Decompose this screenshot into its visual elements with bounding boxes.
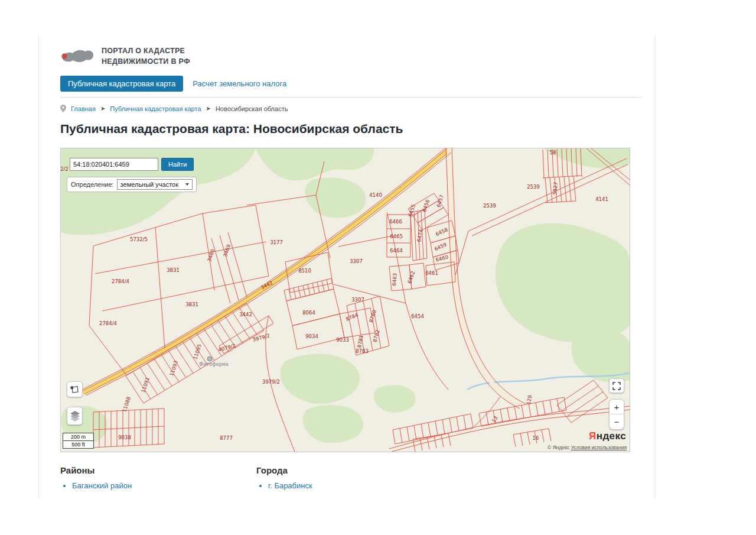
search-button[interactable]: Найти (161, 158, 194, 171)
breadcrumb-home[interactable]: Главная (71, 105, 96, 112)
map-canvas[interactable]: 2/241402539253941415858275732/5317738312… (61, 148, 630, 452)
parcel-label: 58 (550, 150, 556, 155)
parcel-label: 2/2 (61, 166, 69, 172)
parcel-label: 2784/4 (112, 278, 129, 284)
breadcrumb: Главная ➤ Публичная кадастровая карта ➤ … (60, 105, 655, 112)
location-pin-icon (60, 105, 66, 112)
parcel-label: 9034 (305, 333, 318, 339)
parcel-label: 2539 (483, 203, 496, 209)
yandex-logo[interactable]: Яндекс (589, 430, 626, 442)
parcel-label: 5827 (552, 182, 559, 195)
tab-land-tax-calc[interactable]: Расчет земельного налога (190, 76, 289, 92)
parcel-label: 3307 (350, 258, 363, 264)
russia-map-logo-icon (60, 46, 94, 66)
map-widget: 2/241402539253941415858275732/5317738312… (60, 148, 630, 452)
content-column: ПОРТАЛ О КАДАСТРЕ НЕДВИЖИМОСТИ В РФ Публ… (38, 35, 656, 498)
measure-area-button[interactable] (67, 381, 83, 397)
cities-section: Города г. Барабинск (256, 465, 312, 490)
city-link-barabinsk[interactable]: г. Барабинск (268, 481, 312, 490)
parcel-label: 8510 (298, 268, 311, 274)
scale-imperial: 500 ft (63, 441, 93, 448)
list-item: Баганский район (72, 481, 256, 490)
map-attribution: © Яндекс Условия использования (548, 445, 627, 450)
scale-metric: 200 m (63, 433, 93, 441)
definition-label: Определение: (71, 181, 114, 188)
parcel-label: 3831 (167, 267, 180, 273)
measure-area-icon (70, 385, 79, 394)
place-marker-fitoferma (207, 356, 212, 361)
map-scale-bar: 200 m 500 ft (63, 433, 94, 449)
zoom-control: + − (609, 399, 624, 430)
tab-public-cadastral-map[interactable]: Публичная кадастровая карта (60, 76, 183, 92)
parcel-label: Фитоферма (199, 362, 229, 367)
parcel-label: 16 (533, 435, 539, 441)
parcel-label: 8064 (302, 310, 315, 316)
zoom-out-button[interactable]: − (610, 414, 624, 429)
parcel-label: 6461 (425, 270, 438, 276)
districts-section: Районы Баганский район (60, 465, 256, 490)
parcel-label: 4141 (595, 196, 608, 202)
fullscreen-icon (612, 382, 621, 390)
parcel-label: 2784/4 (99, 320, 117, 326)
yandex-logo-rest: ндекс (597, 430, 626, 442)
parcel-label: 5732/5 (130, 236, 148, 242)
region-links: Районы Баганский район Города г. Барабин… (60, 465, 655, 490)
parcel-label: 3831 (185, 301, 198, 307)
page: ПОРТАЛ О КАДАСТРЕ НЕДВИЖИМОСТИ В РФ Публ… (0, 0, 756, 535)
parcel-label: 6454 (411, 313, 424, 319)
breadcrumb-map[interactable]: Публичная кадастровая карта (110, 105, 201, 112)
parcel-label: 9033 (336, 337, 349, 343)
breadcrumb-separator: ➤ (206, 105, 211, 112)
parcel-label: 6465 (390, 234, 403, 239)
zoom-in-button[interactable]: + (610, 400, 624, 414)
parcel-label: 8783 (356, 348, 369, 354)
parcel-label: 3177 (270, 239, 283, 245)
parcel-label: 6463 (391, 273, 398, 286)
cadastral-number-input[interactable] (70, 158, 158, 171)
cadastral-search-panel: Найти (70, 158, 194, 171)
parcel-label: 3307 (351, 297, 364, 303)
layers-button[interactable] (67, 407, 83, 425)
list-item: г. Барабинск (268, 481, 312, 490)
breadcrumb-current: Новосибирская область (216, 105, 288, 112)
parcel-label: 4140 (369, 192, 382, 198)
terms-of-use-link[interactable]: Условия использования (571, 445, 627, 450)
copyright-text: © Яндекс (548, 445, 569, 450)
breadcrumb-separator: ➤ (100, 105, 105, 112)
districts-heading: Районы (60, 465, 256, 475)
parcel-label: 6464 (390, 248, 403, 254)
site-header: ПОРТАЛ О КАДАСТРЕ НЕДВИЖИМОСТИ В РФ (60, 44, 655, 69)
chevron-down-icon (185, 183, 189, 186)
parcel-label: 3442 (239, 312, 252, 317)
page-title: Публичная кадастровая карта: Новосибирск… (60, 122, 655, 136)
layers-icon (70, 411, 80, 421)
yandex-logo-ya: Я (589, 430, 597, 442)
fullscreen-button[interactable] (609, 378, 624, 393)
parcel-label: 6466 (389, 219, 402, 225)
definition-selected-value: земельный участок (120, 181, 178, 188)
district-link-bagansky[interactable]: Баганский район (72, 481, 132, 490)
definition-select[interactable]: земельный участок (117, 179, 193, 190)
definition-panel: Определение: земельный участок (67, 177, 197, 192)
site-title: ПОРТАЛ О КАДАСТРЕ НЕДВИЖИМОСТИ В РФ (102, 46, 190, 67)
parcel-label: 2539 (527, 184, 540, 190)
parcel-label: 8777 (220, 435, 233, 441)
cities-heading: Города (256, 465, 312, 475)
parcel-label: 9038 (118, 435, 131, 440)
main-tabs: Публичная кадастровая карта Расчет земел… (60, 76, 642, 98)
parcel-label: 3979/2 (262, 379, 280, 385)
